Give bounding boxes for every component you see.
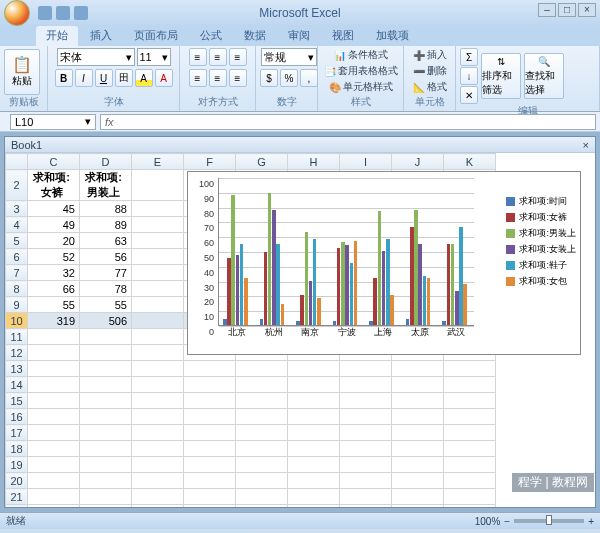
group-clipboard: 📋粘贴 剪贴板 (0, 46, 48, 111)
close-button[interactable]: × (578, 3, 596, 17)
group-font: 宋体▾ 11▾ B I U 田 A A 字体 (48, 46, 180, 111)
group-label: 单元格 (408, 95, 451, 109)
zoom-level[interactable]: 100% (475, 516, 501, 527)
workspace: Book1 × CDEFGHIJK2求和项:女裤求和项:男装上345884498… (0, 132, 600, 512)
fill-button[interactable]: ↓ (460, 67, 478, 85)
formula-bar[interactable]: fx (100, 114, 596, 130)
maximize-button[interactable]: □ (558, 3, 576, 17)
format-table-button[interactable]: 📑套用表格格式 (324, 64, 398, 78)
find-select-button[interactable]: 🔍查找和选择 (524, 53, 564, 99)
tab-home[interactable]: 开始 (36, 26, 78, 46)
align-center-button[interactable]: ≡ (209, 69, 227, 87)
bold-button[interactable]: B (55, 69, 73, 87)
undo-icon[interactable] (56, 6, 70, 20)
font-size-combo[interactable]: 11▾ (137, 48, 171, 66)
group-label: 对齐方式 (184, 95, 251, 109)
italic-button[interactable]: I (75, 69, 93, 87)
app-title: Microsoft Excel (0, 6, 600, 20)
group-editing: Σ↓✕ ⇅排序和筛选 🔍查找和选择 编辑 (456, 46, 600, 111)
fill-color-button[interactable]: A (135, 69, 153, 87)
window-controls: – □ × (538, 3, 596, 17)
group-styles: 📊条件格式 📑套用表格格式 🎨单元格样式 样式 (318, 46, 404, 111)
percent-button[interactable]: % (280, 69, 298, 87)
name-box[interactable]: L10▾ (10, 114, 96, 130)
embedded-chart[interactable]: 0102030405060708090100北京杭州南京宁波上海太原武汉 求和项… (187, 171, 581, 355)
ribbon-tabs: 开始 插入 页面布局 公式 数据 审阅 视图 加载项 (0, 26, 600, 46)
tab-addins[interactable]: 加载项 (366, 26, 419, 46)
align-right-button[interactable]: ≡ (229, 69, 247, 87)
close-icon[interactable]: × (583, 139, 589, 151)
ribbon: 📋粘贴 剪贴板 宋体▾ 11▾ B I U 田 A A 字体 ≡≡≡ ≡≡≡ 对… (0, 46, 600, 112)
fx-icon: fx (105, 116, 114, 128)
zoom-controls: 100% − + (475, 516, 594, 527)
group-label: 样式 (322, 95, 399, 109)
group-number: 常规▾ $%, 数字 (256, 46, 318, 111)
font-name-combo[interactable]: 宋体▾ (57, 48, 135, 66)
sort-filter-button[interactable]: ⇅排序和筛选 (481, 53, 521, 99)
chart-legend: 求和项:时间求和项:女裤求和项:男装上求和项:女装上求和项:鞋子求和项:女包 (506, 192, 576, 291)
status-bar: 就绪 100% − + (0, 512, 600, 529)
zoom-out-button[interactable]: − (504, 516, 510, 527)
align-top-button[interactable]: ≡ (189, 48, 207, 66)
office-button[interactable] (4, 0, 30, 26)
paste-button[interactable]: 📋粘贴 (4, 49, 40, 95)
plot-area: 0102030405060708090100北京杭州南京宁波上海太原武汉 (218, 178, 474, 326)
status-ready: 就绪 (6, 514, 26, 528)
group-label: 字体 (52, 95, 175, 109)
tab-insert[interactable]: 插入 (80, 26, 122, 46)
font-color-button[interactable]: A (155, 69, 173, 87)
zoom-slider[interactable] (514, 519, 584, 523)
tab-data[interactable]: 数据 (234, 26, 276, 46)
number-format-combo[interactable]: 常规▾ (261, 48, 317, 66)
border-button[interactable]: 田 (115, 69, 133, 87)
conditional-format-button[interactable]: 📊条件格式 (334, 48, 388, 62)
align-left-button[interactable]: ≡ (189, 69, 207, 87)
currency-button[interactable]: $ (260, 69, 278, 87)
group-alignment: ≡≡≡ ≡≡≡ 对齐方式 (180, 46, 256, 111)
watermark: 程学 | 教程网 (512, 473, 594, 492)
group-label: 数字 (260, 95, 313, 109)
workbook-title-bar[interactable]: Book1 × (5, 137, 595, 153)
redo-icon[interactable] (74, 6, 88, 20)
tab-view[interactable]: 视图 (322, 26, 364, 46)
workbook-window: Book1 × CDEFGHIJK2求和项:女裤求和项:男装上345884498… (4, 136, 596, 508)
save-icon[interactable] (38, 6, 52, 20)
minimize-button[interactable]: – (538, 3, 556, 17)
autosum-button[interactable]: Σ (460, 48, 478, 66)
align-bot-button[interactable]: ≡ (229, 48, 247, 66)
tab-layout[interactable]: 页面布局 (124, 26, 188, 46)
delete-cells-button[interactable]: ➖删除 (413, 64, 447, 78)
title-bar: Microsoft Excel – □ × (0, 0, 600, 26)
comma-button[interactable]: , (300, 69, 318, 87)
underline-button[interactable]: U (95, 69, 113, 87)
zoom-in-button[interactable]: + (588, 516, 594, 527)
insert-cells-button[interactable]: ➕插入 (413, 48, 447, 62)
group-label: 剪贴板 (4, 95, 43, 109)
align-mid-button[interactable]: ≡ (209, 48, 227, 66)
clear-button[interactable]: ✕ (460, 86, 478, 104)
cell-styles-button[interactable]: 🎨单元格样式 (329, 80, 393, 94)
tab-formulas[interactable]: 公式 (190, 26, 232, 46)
format-cells-button[interactable]: 📐格式 (413, 80, 447, 94)
formula-bar-row: L10▾ fx (0, 112, 600, 132)
spreadsheet-grid[interactable]: CDEFGHIJK2求和项:女裤求和项:男装上34588449895206365… (5, 153, 595, 507)
tab-review[interactable]: 审阅 (278, 26, 320, 46)
group-cells: ➕插入 ➖删除 📐格式 单元格 (404, 46, 456, 111)
quick-access-toolbar (38, 6, 88, 20)
